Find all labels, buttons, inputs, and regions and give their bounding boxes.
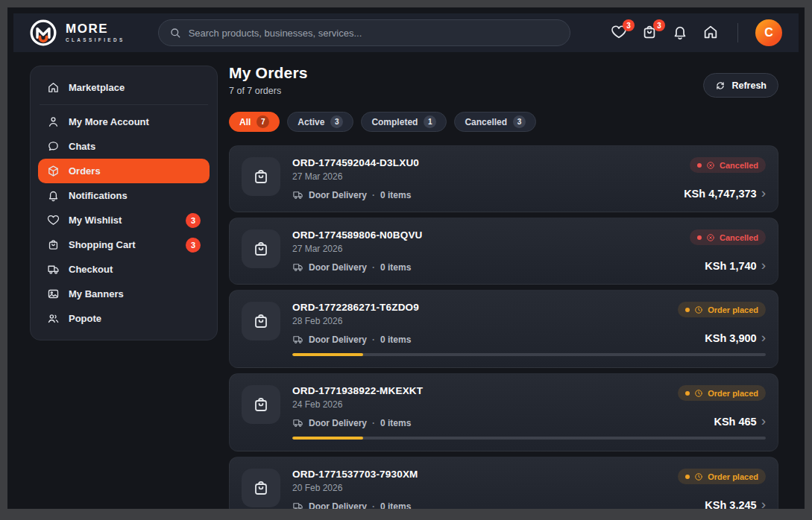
order-price-row[interactable]: KSh 465 › bbox=[714, 414, 766, 428]
sidebar-item-my-more-account[interactable]: My More Account bbox=[38, 110, 210, 134]
wishlist-button[interactable]: 3 bbox=[611, 24, 629, 42]
sidebar-item-label: Shopping Cart bbox=[69, 239, 136, 250]
sidebar-item-label: My Wishlist bbox=[69, 215, 122, 226]
truck-icon bbox=[292, 501, 303, 509]
order-info: ORD-1771537703-7930XM 20 Feb 2026 Door D… bbox=[292, 469, 418, 509]
sidebar-item-orders[interactable]: Orders bbox=[38, 159, 210, 183]
order-info: ORD-1774592044-D3LXU0 27 Mar 2026 Door D… bbox=[292, 157, 419, 200]
user-avatar[interactable]: C bbox=[755, 19, 782, 46]
order-card[interactable]: ORD-1774589806-N0BQVU 27 Mar 2026 Door D… bbox=[229, 218, 778, 285]
brand-logo[interactable]: MORE CLASSIFIEDS bbox=[28, 18, 125, 48]
order-id: ORD-1771537703-7930XM bbox=[292, 469, 418, 480]
order-progress-bar bbox=[292, 437, 766, 440]
order-status-label: Cancelled bbox=[720, 233, 758, 242]
chevron-right-icon: › bbox=[761, 186, 766, 200]
order-card[interactable]: ORD-1771938922-MKEXKT 24 Feb 2026 Door D… bbox=[229, 373, 778, 451]
order-date: 27 Mar 2026 bbox=[292, 244, 423, 254]
order-info: ORD-1772286271-T6ZDO9 28 Feb 2026 Door D… bbox=[292, 302, 419, 345]
order-bag-icon bbox=[242, 469, 280, 507]
order-delivery-method: Door Delivery bbox=[309, 501, 367, 510]
notifications-button[interactable] bbox=[672, 24, 690, 42]
order-meta: Door Delivery · 0 items bbox=[292, 261, 423, 273]
truck-icon bbox=[292, 189, 303, 200]
order-info: ORD-1774589806-N0BQVU 27 Mar 2026 Door D… bbox=[292, 229, 423, 273]
order-card[interactable]: ORD-1771537703-7930XM 20 Feb 2026 Door D… bbox=[229, 457, 778, 509]
order-progress-fill bbox=[292, 437, 363, 440]
order-details: ORD-1774589806-N0BQVU 27 Mar 2026 Door D… bbox=[292, 229, 766, 273]
header-divider bbox=[737, 23, 738, 42]
sidebar-item-label: Popote bbox=[69, 313, 101, 324]
clock-icon bbox=[694, 305, 703, 314]
order-price-row[interactable]: KSh 3,900 › bbox=[705, 331, 766, 345]
filter-tab-active[interactable]: Active 3 bbox=[287, 112, 353, 132]
order-status-badge: Order placed bbox=[678, 302, 766, 317]
order-date: 28 Feb 2026 bbox=[292, 316, 419, 326]
people-icon bbox=[47, 312, 60, 325]
chevron-right-icon: › bbox=[761, 330, 766, 344]
order-card[interactable]: ORD-1772286271-T6ZDO9 28 Feb 2026 Door D… bbox=[229, 290, 778, 368]
order-price-row[interactable]: KSh 4,747,373 › bbox=[684, 186, 766, 200]
order-meta: Door Delivery · 0 items bbox=[292, 189, 419, 200]
order-progress-bar bbox=[292, 353, 766, 356]
chevron-right-icon: › bbox=[761, 258, 766, 272]
filter-tab-count: 7 bbox=[256, 115, 269, 128]
sidebar-item-marketplace[interactable]: Marketplace bbox=[38, 75, 210, 100]
sidebar-item-shopping-cart[interactable]: Shopping Cart 3 bbox=[38, 232, 210, 257]
order-status-badge: Order placed bbox=[678, 469, 766, 484]
order-price: KSh 3,900 bbox=[705, 332, 756, 344]
sidebar-item-label: Orders bbox=[69, 165, 101, 177]
order-bag-icon bbox=[242, 157, 280, 196]
order-items-count: 0 items bbox=[380, 418, 411, 428]
order-items-count: 0 items bbox=[380, 262, 411, 273]
filter-tab-count: 3 bbox=[330, 115, 343, 128]
order-items-count: 0 items bbox=[380, 501, 411, 510]
order-price-row[interactable]: KSh 1,740 › bbox=[705, 259, 766, 273]
search-input[interactable] bbox=[189, 28, 559, 39]
sidebar-item-notifications[interactable]: Notifications bbox=[38, 183, 210, 208]
orders-list: ORD-1774592044-D3LXU0 27 Mar 2026 Door D… bbox=[229, 145, 778, 509]
sidebar-item-count-badge: 3 bbox=[186, 238, 201, 253]
sidebar-item-my-wishlist[interactable]: My Wishlist 3 bbox=[38, 208, 210, 232]
order-status-badge: Order placed bbox=[678, 385, 766, 401]
package-icon bbox=[47, 165, 60, 177]
brand-name: MORE bbox=[66, 22, 125, 35]
status-dot-icon bbox=[697, 163, 702, 168]
order-status-price: Cancelled KSh 1,740 › bbox=[690, 229, 766, 273]
search-bar[interactable] bbox=[158, 19, 570, 46]
order-status-badge: Cancelled bbox=[690, 157, 766, 173]
order-meta: Door Delivery · 0 items bbox=[292, 501, 418, 509]
sidebar-item-my-banners[interactable]: My Banners bbox=[38, 282, 210, 306]
sidebar-item-popote[interactable]: Popote bbox=[38, 306, 210, 331]
refresh-label: Refresh bbox=[731, 80, 767, 91]
page-header: My Orders 7 of 7 orders Refresh bbox=[229, 64, 778, 96]
status-dot-icon bbox=[685, 308, 690, 312]
order-date: 27 Mar 2026 bbox=[292, 171, 419, 182]
home-button[interactable] bbox=[702, 24, 720, 42]
sidebar-item-label: Marketplace bbox=[69, 82, 125, 93]
sidebar-item-checkout[interactable]: Checkout bbox=[38, 257, 210, 282]
sidebar-item-chats[interactable]: Chats bbox=[38, 134, 210, 159]
heart-icon bbox=[47, 214, 60, 226]
truck-icon bbox=[292, 334, 303, 345]
order-card[interactable]: ORD-1774592044-D3LXU0 27 Mar 2026 Door D… bbox=[229, 145, 778, 212]
filter-tab-label: All bbox=[239, 117, 251, 127]
wishlist-count-badge: 3 bbox=[623, 19, 635, 31]
refresh-button[interactable]: Refresh bbox=[703, 73, 778, 98]
order-price-row[interactable]: KSh 3,245 › bbox=[705, 498, 766, 509]
meta-separator: · bbox=[372, 262, 375, 273]
filter-tab-completed[interactable]: Completed 1 bbox=[361, 112, 447, 132]
order-status-label: Order placed bbox=[708, 472, 758, 481]
truck-icon bbox=[292, 417, 303, 428]
chevron-right-icon: › bbox=[761, 413, 766, 428]
cart-button[interactable]: 3 bbox=[641, 24, 659, 42]
main-content: My Orders 7 of 7 orders Refresh All 7 Ac… bbox=[229, 64, 778, 509]
chevron-right-icon: › bbox=[761, 497, 766, 509]
filter-tab-cancelled[interactable]: Cancelled 3 bbox=[454, 112, 536, 132]
order-price: KSh 3,245 bbox=[705, 499, 756, 510]
filter-tab-all[interactable]: All 7 bbox=[229, 112, 280, 132]
sidebar-item-label: My More Account bbox=[69, 116, 149, 127]
more-logo-icon bbox=[28, 18, 58, 48]
brand-text: MORE CLASSIFIEDS bbox=[66, 22, 125, 42]
page-title: My Orders bbox=[229, 64, 778, 82]
order-status-price: Cancelled KSh 4,747,373 › bbox=[684, 157, 766, 200]
